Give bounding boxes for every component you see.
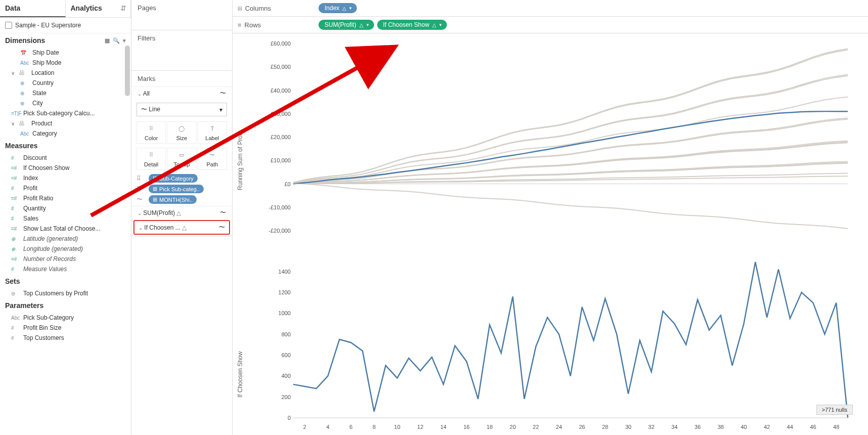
mark-path-button[interactable]: 〜Path [198, 148, 227, 170]
mark-pill-month-shi-[interactable]: 〜⊞MONTH(Shi.. [136, 195, 227, 204]
visualization-area[interactable]: Running Sum of Profit £60,000£50,000£40,… [233, 33, 868, 435]
field-label: Profit Bin Size [23, 324, 61, 331]
mark-pill-sub-category[interactable]: ⠿⊞Sub-Category [136, 174, 227, 183]
field-ship-date[interactable]: 📅Ship Date [0, 48, 131, 58]
marks-ifchoosen-row[interactable]: ⌄ If Choosen ... △ 〜 [133, 220, 230, 235]
field-type-icon: =T|F [11, 111, 20, 116]
field-measure-values[interactable]: #Measure Values [0, 264, 131, 274]
field-profit[interactable]: #Profit [0, 183, 131, 193]
tab-data[interactable]: Data [0, 0, 66, 17]
svg-text:£50,000: £50,000 [270, 64, 291, 70]
svg-text:20: 20 [510, 424, 516, 430]
field-type-icon: =# [11, 226, 20, 232]
field-type-icon: =# [11, 176, 20, 181]
svg-text:38: 38 [717, 424, 723, 430]
field-sales[interactable]: #Sales [0, 213, 131, 224]
field-type-icon: Abc [11, 315, 20, 321]
swap-icon[interactable]: ⇵ [120, 4, 126, 12]
field-pick-sub-category-calcu-[interactable]: =T|FPick Sub-category Calcu... [0, 108, 131, 118]
svg-text:£60,000: £60,000 [270, 40, 291, 47]
svg-text:48: 48 [833, 424, 839, 430]
caret-down-icon[interactable]: ▾ [439, 22, 442, 27]
field-label: Product [31, 120, 52, 127]
field-ship-mode[interactable]: AbcShip Mode [0, 58, 131, 68]
field-type-icon: # [11, 186, 20, 191]
marks-all-row[interactable]: ⌄ All 〜 [131, 86, 232, 100]
mark-label-button[interactable]: TLabel [198, 121, 227, 144]
field-type-icon: =# [11, 196, 20, 201]
svg-text:24: 24 [556, 424, 562, 430]
field-type-icon: ⊕ [11, 246, 20, 252]
field-profit-ratio[interactable]: =#Profit Ratio [0, 193, 131, 203]
field-show-last-total-of-choose-[interactable]: =#Show Last Total of Choose... [0, 224, 131, 234]
rows-shelf[interactable]: ≡Rows SUM(Profit)△▾If Choosen Show△▾ [233, 17, 868, 33]
field-quantity[interactable]: #Quantity [0, 203, 131, 213]
view-icon[interactable]: ▦ [105, 37, 110, 44]
pill-if-choosen-show[interactable]: If Choosen Show△▾ [377, 20, 447, 30]
field-type-icon: 品 [19, 69, 28, 76]
field-type-icon: # [11, 335, 20, 341]
caret-down-icon[interactable]: ▾ [367, 22, 369, 27]
mark-type-select[interactable]: 〜 Line ▾ [136, 103, 227, 116]
caret-down-icon[interactable]: ▾ [349, 6, 352, 11]
svg-text:200: 200 [282, 394, 291, 400]
field-country[interactable]: ⊕Country [0, 78, 131, 88]
tab-analytics[interactable]: Analytics ⇵ [66, 0, 131, 17]
svg-text:12: 12 [417, 424, 423, 430]
field-type-icon: # [11, 206, 20, 211]
pill-sum-profit-[interactable]: SUM(Profit)△▾ [318, 20, 374, 30]
datasource-row[interactable]: Sample - EU Superstore [0, 18, 131, 33]
svg-text:1000: 1000 [279, 310, 291, 316]
pages-shelf[interactable]: Pages [131, 0, 232, 16]
svg-text:£0: £0 [285, 181, 291, 187]
field-product[interactable]: ∨品Product [0, 118, 131, 128]
field-type-icon: =# [11, 256, 20, 262]
field-label: Discount [23, 154, 47, 161]
color-icon: ⠿ [147, 124, 156, 133]
field-top-customers[interactable]: #Top Customers [0, 333, 131, 343]
field-city[interactable]: ⊕City [0, 98, 131, 108]
scrollbar[interactable] [125, 46, 130, 96]
mark-size-button[interactable]: ◯Size [167, 121, 196, 144]
path-icon: 〜 [208, 150, 217, 159]
menu-icon[interactable]: ▾ [123, 37, 126, 44]
chevron-down-icon: ▾ [219, 106, 222, 113]
marks-sumprofit-row[interactable]: ⌄ SUM(Profit) △ 〜 [131, 206, 232, 219]
field-discount[interactable]: #Discount [0, 153, 131, 163]
field-pick-sub-category[interactable]: AbcPick Sub-Category [0, 313, 131, 323]
field-latitude-generated-[interactable]: ⊕Latitude (generated) [0, 234, 131, 244]
svg-text:46: 46 [810, 424, 816, 430]
search-icon[interactable]: 🔍 [113, 37, 120, 44]
pill-index[interactable]: Index△▾ [318, 3, 357, 13]
mark-detail-button[interactable]: ⠿Detail [136, 148, 166, 170]
field-if-choosen-show[interactable]: =#If Choosen Show [0, 163, 131, 173]
measures-header: Measures [0, 139, 131, 153]
filters-shelf[interactable]: Filters [131, 30, 232, 46]
worksheet-main: iiiColumns Index△▾ ≡Rows SUM(Profit)△▾If… [233, 0, 868, 435]
field-top-customers-by-profit[interactable]: ⊘Top Customers by Profit [0, 288, 131, 298]
svg-text:10: 10 [394, 424, 400, 430]
svg-text:44: 44 [787, 424, 793, 430]
field-state[interactable]: ⊕State [0, 88, 131, 98]
field-type-icon: ⊕ [20, 91, 29, 96]
field-longitude-generated-[interactable]: ⊕Longitude (generated) [0, 244, 131, 254]
field-profit-bin-size[interactable]: #Profit Bin Size [0, 323, 131, 333]
columns-icon: iii [238, 5, 242, 12]
field-label: Profit [23, 185, 37, 192]
nulls-indicator[interactable]: >771 nulls [816, 405, 853, 415]
mark-color-button[interactable]: ⠿Color [136, 121, 166, 144]
svg-text:£30,000: £30,000 [270, 111, 291, 117]
svg-text:36: 36 [695, 424, 701, 430]
mark-tooltip-button[interactable]: ▭Tooltip [167, 148, 196, 170]
field-location[interactable]: ∨品Location [0, 68, 131, 78]
mark-pill-pick-sub-categ-[interactable]: ⠿⊞Pick Sub-categ.. [136, 185, 227, 193]
field-category[interactable]: AbcCategory [0, 128, 131, 139]
field-index[interactable]: =#Index [0, 173, 131, 183]
field-number-of-records[interactable]: =#Number of Records [0, 254, 131, 264]
svg-text:-£20,000: -£20,000 [269, 228, 291, 234]
columns-shelf[interactable]: iiiColumns Index△▾ [233, 0, 868, 17]
size-icon: ◯ [177, 124, 186, 133]
field-type-icon: Abc [20, 60, 29, 66]
line-icon: 〜 [219, 223, 225, 232]
line-icon: 〜 [220, 208, 226, 217]
